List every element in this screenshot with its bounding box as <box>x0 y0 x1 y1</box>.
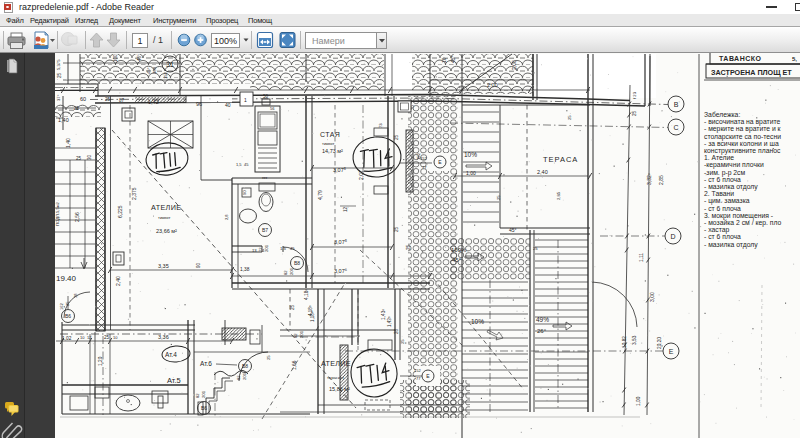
svg-text:45: 45 <box>290 246 295 251</box>
svg-text:Ат.5: Ат.5 <box>167 376 181 385</box>
svg-text:45°: 45° <box>137 54 142 61</box>
svg-text:ТАВАНСКО: ТАВАНСКО <box>719 55 762 62</box>
svg-text:В8: В8 <box>294 260 300 266</box>
svg-text:23,66 м²: 23,66 м² <box>156 228 177 234</box>
svg-text:D: D <box>670 233 675 240</box>
svg-text:1. Ателие: 1. Ателие <box>704 154 734 161</box>
svg-text:45°: 45° <box>509 227 517 233</box>
svg-text:25: 25 <box>290 304 295 310</box>
svg-text:5,: 5, <box>792 56 797 62</box>
svg-text:1,43⁵: 1,43⁵ <box>381 309 386 320</box>
svg-text:1,40: 1,40 <box>65 138 71 148</box>
svg-text:14,73 м²: 14,73 м² <box>322 148 343 154</box>
svg-text:49%: 49% <box>536 316 549 323</box>
svg-text:В8: В8 <box>242 363 248 369</box>
svg-text:30: 30 <box>87 154 92 160</box>
svg-text:5,375: 5,375 <box>56 59 61 70</box>
svg-text:25: 25 <box>400 339 405 344</box>
svg-text:82: 82 <box>283 270 288 275</box>
svg-text:2,56: 2,56 <box>74 212 80 222</box>
svg-text:2,8: 2,8 <box>224 214 229 220</box>
svg-text:152: 152 <box>420 156 427 161</box>
svg-text:- ст 6 плоча: - ст 6 плоча <box>704 205 741 212</box>
svg-text:152: 152 <box>163 71 168 79</box>
svg-text:20,20: 20,20 <box>657 337 662 349</box>
svg-text:25: 25 <box>567 115 572 120</box>
svg-text:f 23: f 23 <box>632 91 637 99</box>
svg-text:201: 201 <box>289 267 294 275</box>
svg-text:82: 82 <box>293 333 298 338</box>
svg-text:201: 201 <box>201 390 206 398</box>
svg-text:2. Тавани: 2. Тавани <box>704 190 734 197</box>
svg-text:СТАЯ: СТАЯ <box>320 131 340 138</box>
svg-text:***: *** <box>262 177 268 182</box>
svg-text:1,38: 1,38 <box>240 267 250 272</box>
svg-text:100%: 100% <box>451 247 467 253</box>
svg-text:- мазилка отдолу: - мазилка отдолу <box>704 241 758 249</box>
svg-text:АТЕЛИЕ: АТЕЛИЕ <box>321 359 351 368</box>
svg-text:25: 25 <box>57 72 62 78</box>
svg-text:3,32⁵: 3,32⁵ <box>646 173 652 185</box>
svg-text:2,85: 2,85 <box>658 175 664 185</box>
svg-text:25: 25 <box>406 244 411 250</box>
svg-text:2,40: 2,40 <box>115 276 121 286</box>
svg-text:3,53: 3,53 <box>632 335 637 345</box>
svg-text:- ст 6 плоча: - ст 6 плоча <box>704 176 741 183</box>
svg-text:70: 70 <box>410 105 415 110</box>
svg-text:В: В <box>674 101 679 108</box>
svg-text:90: 90 <box>242 190 247 195</box>
svg-text:- за всички колони и ша: - за всички колони и ша <box>704 140 779 147</box>
svg-text:201: 201 <box>242 372 247 380</box>
svg-text:38: 38 <box>73 293 78 298</box>
svg-text:90: 90 <box>196 262 201 268</box>
svg-text:152: 152 <box>414 368 421 373</box>
svg-text:10: 10 <box>80 335 85 340</box>
svg-text:77: 77 <box>422 165 427 170</box>
svg-text:2,375: 2,375 <box>131 187 137 200</box>
svg-text:6,225: 6,225 <box>117 205 123 218</box>
svg-text:28: 28 <box>394 328 399 334</box>
svg-text:1,00: 1,00 <box>466 170 476 176</box>
svg-text:45°: 45° <box>452 257 462 263</box>
svg-text:Ат.6: Ат.6 <box>200 360 212 367</box>
svg-text:45: 45 <box>244 162 249 167</box>
svg-text:1,43⁵: 1,43⁵ <box>387 316 392 327</box>
svg-text:50: 50 <box>263 94 269 99</box>
svg-text:87: 87 <box>119 98 125 103</box>
svg-text:45°: 45° <box>146 67 151 74</box>
svg-text:С: С <box>673 124 678 131</box>
svg-text:162: 162 <box>59 303 64 310</box>
svg-text:25: 25 <box>394 134 399 140</box>
svg-text:19.40: 19.40 <box>56 274 77 283</box>
svg-text:1,42: 1,42 <box>148 99 159 105</box>
svg-text:201: 201 <box>264 244 269 252</box>
svg-text:82: 82 <box>195 393 200 398</box>
svg-text:3,35: 3,35 <box>158 263 169 269</box>
svg-text:1,18⁵: 1,18⁵ <box>310 311 315 322</box>
svg-text:ТЕРАСА: ТЕРАСА <box>543 155 578 164</box>
svg-text:10: 10 <box>441 57 447 63</box>
svg-text:В7: В7 <box>262 227 268 233</box>
svg-text:3,36: 3,36 <box>158 334 169 340</box>
svg-text:1,5: 1,5 <box>236 162 242 167</box>
svg-text:25: 25 <box>74 106 80 111</box>
svg-text:2,85: 2,85 <box>556 191 561 200</box>
svg-text:10,82: 10,82 <box>622 336 627 348</box>
svg-text:73: 73 <box>378 123 383 128</box>
svg-text:25: 25 <box>104 335 110 340</box>
svg-text:3,00: 3,00 <box>649 292 655 302</box>
svg-text:3,07⁶: 3,07⁶ <box>334 268 347 274</box>
svg-text:тиквот: тиквот <box>322 141 335 146</box>
svg-text:10: 10 <box>113 335 118 340</box>
svg-text:25: 25 <box>533 246 538 251</box>
svg-text:25: 25 <box>496 195 501 200</box>
svg-text:2,40: 2,40 <box>537 169 548 175</box>
svg-text:2,00: 2,00 <box>511 60 517 70</box>
svg-text:25: 25 <box>65 301 70 306</box>
svg-text:100: 100 <box>113 54 118 62</box>
svg-text:100: 100 <box>152 66 157 74</box>
svg-text:3,07⁵: 3,07⁵ <box>334 239 347 245</box>
svg-text:В6: В6 <box>201 405 207 411</box>
svg-text:60: 60 <box>80 96 86 102</box>
svg-text:1: 1 <box>244 97 247 103</box>
